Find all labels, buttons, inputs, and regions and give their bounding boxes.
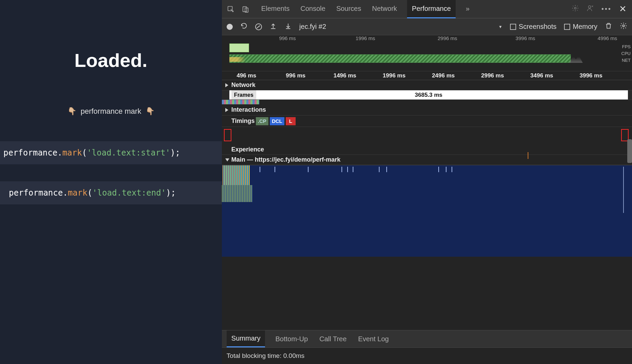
account-icon[interactable] xyxy=(586,4,594,14)
performance-toolbar: jec.fyi #2 ▼ Screenshots Memory xyxy=(222,18,632,35)
expand-icon[interactable] xyxy=(225,83,228,87)
timings-detail-row xyxy=(222,127,632,145)
summary-content: Total blocking time: 0.00ms xyxy=(222,348,632,364)
overview-tick: 1996 ms xyxy=(356,35,375,41)
overview-tick: 996 ms xyxy=(279,35,296,41)
overview-cpu-lane xyxy=(229,54,571,63)
timing-marker-load[interactable]: L xyxy=(286,117,296,125)
record-button[interactable] xyxy=(227,24,233,30)
capture-settings-icon[interactable] xyxy=(620,22,627,31)
lane-timings[interactable]: Timings .CP DCL L xyxy=(222,115,632,127)
demo-page: Loaded. 👇🏼 performance mark 👇🏼 performan… xyxy=(0,0,222,364)
lane-network[interactable]: Network xyxy=(222,80,632,90)
svg-rect-1 xyxy=(243,6,247,12)
tab-summary[interactable]: Summary xyxy=(227,330,265,347)
overview-lane-labels: FPS CPU NET xyxy=(621,43,631,64)
overview-cpu-spike xyxy=(569,54,583,63)
overview-tick: 2996 ms xyxy=(438,35,457,41)
collapse-icon[interactable] xyxy=(225,158,229,161)
timing-marker-dcl[interactable]: DCL xyxy=(270,117,284,125)
close-devtools-icon[interactable]: ✕ xyxy=(619,4,627,14)
overview-timeline[interactable]: 996 ms 1996 ms 2996 ms 3996 ms 4996 ms F… xyxy=(222,35,632,71)
recording-dropdown-icon[interactable]: ▼ xyxy=(498,24,503,29)
tab-sources[interactable]: Sources xyxy=(336,0,362,18)
delete-recording-icon[interactable] xyxy=(605,22,612,31)
details-tabstrip: Summary Bottom-Up Call Tree Event Log xyxy=(222,330,632,348)
code-snippet-end: performance.mark('load.text:end'); xyxy=(0,181,222,204)
lane-frames-label: Frames xyxy=(231,90,256,99)
lane-experience[interactable]: Experience xyxy=(222,145,632,155)
expand-icon[interactable] xyxy=(225,108,228,112)
recording-selector[interactable]: jec.fyi #2 xyxy=(299,23,326,31)
overview-tick: 4996 ms xyxy=(598,35,617,41)
inspect-element-icon[interactable] xyxy=(226,4,235,14)
frame-bar: 3685.3 ms xyxy=(229,90,628,99)
tab-network[interactable]: Network xyxy=(371,0,398,18)
pointer-down-icon: 👇🏼 xyxy=(67,107,76,116)
overview-activity xyxy=(229,57,250,62)
more-menu-icon[interactable]: ••• xyxy=(601,5,612,13)
clear-button[interactable] xyxy=(255,23,262,30)
devtools-panel: Elements Console Sources Network Perform… xyxy=(222,0,632,364)
vertical-scrollbar[interactable] xyxy=(627,139,632,163)
svg-point-3 xyxy=(574,7,576,9)
lane-interactions[interactable]: Interactions xyxy=(222,105,632,115)
svg-point-5 xyxy=(622,25,625,27)
svg-point-4 xyxy=(588,6,591,8)
lane-frames[interactable]: 3685.3 ms Frames xyxy=(222,90,632,100)
more-tabs-chevron[interactable]: » xyxy=(465,0,470,18)
tab-call-tree[interactable]: Call Tree xyxy=(318,331,348,347)
reload-button[interactable] xyxy=(240,22,248,31)
settings-gear-icon[interactable] xyxy=(572,4,579,14)
flamechart[interactable]: 496 ms 996 ms 1496 ms 1996 ms 2496 ms 29… xyxy=(222,71,632,330)
overview-frame-chunk xyxy=(229,43,249,52)
flamechart-ruler: 496 ms 996 ms 1496 ms 1996 ms 2496 ms 29… xyxy=(222,71,632,80)
page-title: Loaded. xyxy=(0,49,222,71)
code-snippet-start: performance.mark('load.text:start'); xyxy=(0,141,222,164)
frame-detail-strip xyxy=(222,100,259,105)
tab-event-log[interactable]: Event Log xyxy=(357,331,390,347)
timing-marker-fcp[interactable]: .CP xyxy=(256,117,268,125)
total-blocking-time: Total blocking time: 0.00ms xyxy=(227,352,304,360)
device-toolbar-icon[interactable] xyxy=(241,4,250,14)
upload-button[interactable] xyxy=(269,22,277,31)
tab-performance[interactable]: Performance xyxy=(407,0,456,18)
main-thread-flamechart[interactable] xyxy=(222,165,632,257)
download-button[interactable] xyxy=(284,22,292,31)
lane-main[interactable]: Main — https://jec.fyi/demo/perf-mark xyxy=(222,155,632,165)
tab-bottom-up[interactable]: Bottom-Up xyxy=(274,331,309,347)
perf-mark-text: performance mark xyxy=(81,107,141,115)
overview-tick: 3996 ms xyxy=(515,35,535,41)
tab-elements[interactable]: Elements xyxy=(261,0,290,18)
perf-mark-label: 👇🏼 performance mark 👇🏼 xyxy=(0,107,222,116)
memory-checkbox[interactable]: Memory xyxy=(564,23,597,31)
screenshots-checkbox[interactable]: Screenshots xyxy=(510,23,557,31)
tab-console[interactable]: Console xyxy=(300,0,326,18)
highlight-box xyxy=(224,129,231,141)
pointer-down-icon: 👇🏼 xyxy=(145,107,155,116)
devtools-tabs: Elements Console Sources Network Perform… xyxy=(222,0,632,18)
